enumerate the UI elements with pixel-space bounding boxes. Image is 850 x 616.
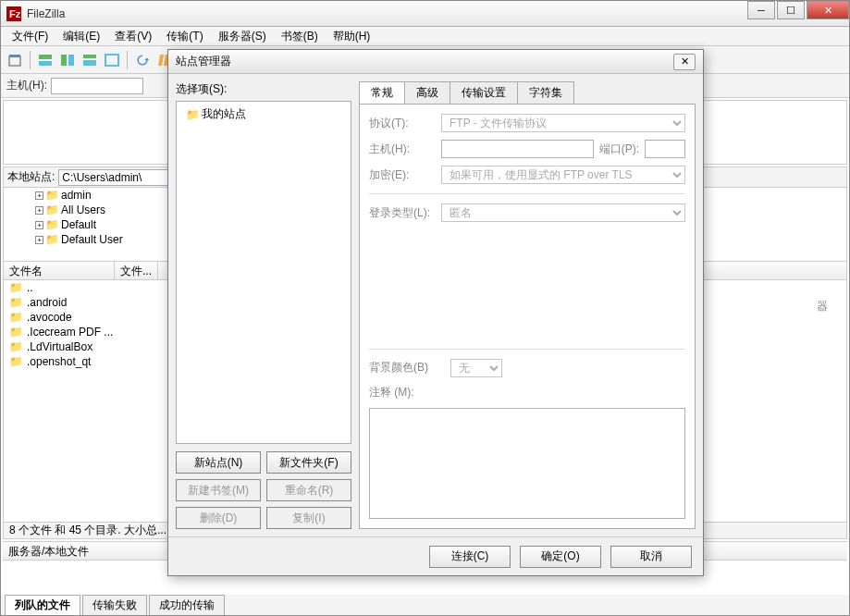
comment-label: 注释 (M): <box>369 385 685 400</box>
protocol-select[interactable]: FTP - 文件传输协议 <box>441 114 685 132</box>
dialog-titlebar: 站点管理器 ✕ <box>168 50 703 74</box>
bgcolor-select[interactable]: 无 <box>450 359 502 377</box>
copy-button[interactable]: 复制(I) <box>266 507 351 529</box>
settings-tabs: 常规 高级 传输设置 字符集 <box>359 81 696 104</box>
encryption-row: 加密(E): 如果可用，使用显式的 FTP over TLS <box>369 166 685 184</box>
encryption-select[interactable]: 如果可用，使用显式的 FTP over TLS <box>441 166 685 184</box>
tab-advanced[interactable]: 高级 <box>404 81 450 104</box>
tab-transfer-settings[interactable]: 传输设置 <box>450 81 518 104</box>
tree-item-root[interactable]: 📁 我的站点 <box>180 105 347 123</box>
logon-type-label: 登录类型(L): <box>369 205 436 221</box>
bgcolor-label: 背景颜色(B) <box>369 360 445 376</box>
dialog-right-panel: 常规 高级 传输设置 字符集 协议(T): FTP - 文件传输协议 主机(H)… <box>359 81 696 529</box>
ok-button[interactable]: 确定(O) <box>520 546 601 568</box>
modal-overlay: 站点管理器 ✕ 选择项(S): 📁 我的站点 新站点(N) 新文件夹(F) <box>1 1 849 615</box>
connect-button[interactable]: 连接(C) <box>429 546 511 568</box>
main-window: Fz FileZilla ─ ☐ ✕ 文件(F) 编辑(E) 查看(V) 传输(… <box>0 0 850 616</box>
dialog-body: 选择项(S): 📁 我的站点 新站点(N) 新文件夹(F) 新建书签(M) 重命… <box>168 74 703 536</box>
rename-button[interactable]: 重命名(R) <box>266 479 351 501</box>
port-input[interactable] <box>645 140 685 158</box>
new-folder-button[interactable]: 新文件夹(F) <box>266 451 351 474</box>
dialog-title: 站点管理器 <box>176 54 231 69</box>
encryption-label: 加密(E): <box>369 167 436 183</box>
site-buttons: 新站点(N) 新文件夹(F) 新建书签(M) 重命名(R) 删除(D) 复制(I… <box>176 451 351 529</box>
tree-item-label: 我的站点 <box>202 106 246 122</box>
bgcolor-row: 背景颜色(B) 无 <box>369 359 685 377</box>
select-entry-label: 选择项(S): <box>176 81 351 97</box>
general-tab-page: 协议(T): FTP - 文件传输协议 主机(H): 端口(P): 加密(E):… <box>359 104 696 529</box>
protocol-label: 协议(T): <box>369 116 436 131</box>
protocol-row: 协议(T): FTP - 文件传输协议 <box>369 114 685 132</box>
host-row: 主机(H): 端口(P): <box>369 140 685 158</box>
host-label: 主机(H): <box>369 142 436 157</box>
site-manager-dialog: 站点管理器 ✕ 选择项(S): 📁 我的站点 新站点(N) 新文件夹(F) <box>167 49 704 576</box>
host-input[interactable] <box>441 140 594 158</box>
divider <box>369 193 685 194</box>
tab-general[interactable]: 常规 <box>359 81 405 104</box>
divider <box>369 349 685 350</box>
logon-type-select[interactable]: 匿名 <box>441 203 685 222</box>
new-bookmark-button[interactable]: 新建书签(M) <box>176 479 261 501</box>
dialog-footer: 连接(C) 确定(O) 取消 <box>168 536 703 575</box>
logon-type-row: 登录类型(L): 匿名 <box>369 203 685 222</box>
site-tree[interactable]: 📁 我的站点 <box>176 101 351 444</box>
delete-button[interactable]: 删除(D) <box>176 507 261 529</box>
port-label: 端口(P): <box>599 142 639 157</box>
comment-textarea[interactable] <box>369 408 685 520</box>
folder-icon: 📁 <box>186 108 200 121</box>
dialog-close-button[interactable]: ✕ <box>673 54 696 70</box>
cancel-button[interactable]: 取消 <box>610 546 692 568</box>
tab-charset[interactable]: 字符集 <box>517 81 574 104</box>
dialog-left-panel: 选择项(S): 📁 我的站点 新站点(N) 新文件夹(F) 新建书签(M) 重命… <box>176 81 351 529</box>
new-site-button[interactable]: 新站点(N) <box>176 451 261 474</box>
